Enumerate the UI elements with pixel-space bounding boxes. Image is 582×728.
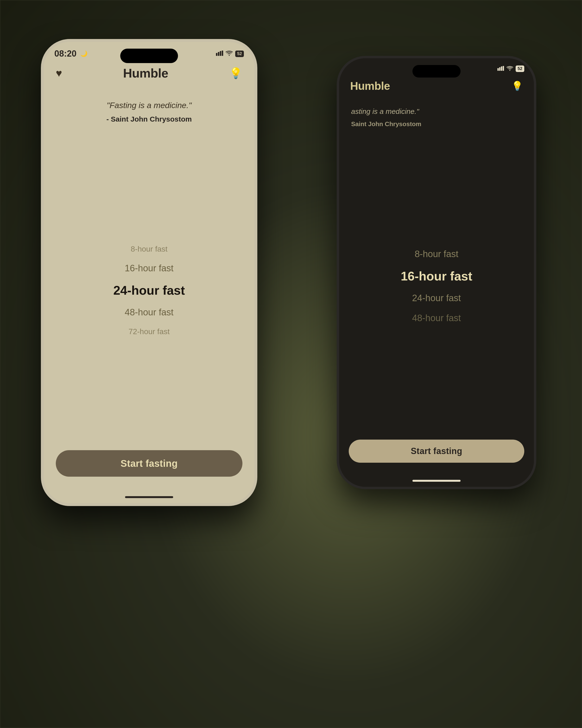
signal-icon-light [216, 50, 223, 57]
signal-icon-dark [497, 65, 504, 73]
list-item[interactable]: 24-hour fast [44, 278, 254, 302]
status-icons-light: 52 [216, 50, 244, 57]
list-item[interactable]: 16-hour fast [339, 264, 534, 288]
wifi-icon-light [226, 50, 233, 57]
lightbulb-icon-light[interactable]: 💡 [229, 67, 243, 79]
picker-area-light: 8-hour fast 16-hour fast 24-hour fast 48… [44, 130, 254, 450]
list-item[interactable]: 48-hour fast [44, 302, 254, 322]
svg-rect-3 [222, 51, 223, 56]
status-time-light: 08:20 [54, 49, 77, 59]
dynamic-island [120, 49, 178, 63]
quote-section-dark: asting is a medicine." Saint John Chryso… [339, 97, 534, 133]
list-item[interactable]: 8-hour fast [44, 240, 254, 258]
light-screen: 08:20 🌙 52 ♥ Humble 💡 [44, 42, 254, 503]
app-header-light: ♥ Humble 💡 [44, 61, 254, 85]
home-bar-light [125, 496, 173, 498]
home-bar-dark [412, 480, 461, 482]
quote-text-dark: asting is a medicine." [351, 106, 522, 116]
start-fasting-button-dark[interactable]: Start fasting [349, 440, 524, 463]
moon-icon: 🌙 [80, 50, 87, 57]
home-indicator-dark [339, 475, 534, 487]
picker-list-light: 8-hour fast 16-hour fast 24-hour fast 48… [44, 240, 254, 341]
app-header-dark: Humble 💡 [339, 75, 534, 97]
app-title-light: Humble [123, 66, 168, 80]
quote-text-light: "Fasting is a medicine." [58, 100, 240, 111]
quote-section-light: "Fasting is a medicine." - Saint John Ch… [44, 85, 254, 130]
list-item[interactable]: 16-hour fast [44, 258, 254, 278]
dynamic-island-dark [412, 65, 461, 78]
dark-screen: 52 Humble 💡 asting is a medicine." Saint… [339, 58, 534, 487]
app-title-dark: Humble [350, 79, 390, 93]
start-fasting-button-light[interactable]: Start fasting [56, 450, 243, 477]
list-item[interactable]: 24-hour fast [339, 288, 534, 308]
picker-list-dark: 8-hour fast 16-hour fast 24-hour fast 48… [339, 244, 534, 328]
svg-rect-5 [499, 67, 500, 71]
power-button [256, 129, 257, 167]
heart-icon[interactable]: ♥ [56, 67, 62, 79]
svg-rect-6 [501, 66, 502, 71]
time-container: 08:20 🌙 [54, 49, 87, 59]
svg-rect-2 [220, 51, 221, 56]
volume-up-button [41, 114, 42, 138]
list-item[interactable]: 72-hour fast [44, 322, 254, 341]
status-icons-dark: 52 [497, 65, 524, 73]
svg-rect-7 [503, 66, 504, 71]
phone-dark: 52 Humble 💡 asting is a medicine." Saint… [337, 56, 536, 489]
picker-area-dark: 8-hour fast 16-hour fast 24-hour fast 48… [339, 133, 534, 440]
battery-light: 52 [235, 51, 244, 57]
svg-rect-4 [497, 68, 499, 71]
list-item[interactable]: 8-hour fast [339, 244, 534, 264]
list-item[interactable]: 48-hour fast [339, 308, 534, 328]
svg-rect-1 [218, 52, 219, 56]
phone-light: 08:20 🌙 52 ♥ Humble 💡 [41, 39, 257, 506]
volume-down-button [41, 144, 42, 168]
battery-dark: 52 [516, 66, 524, 72]
phones-container: 08:20 🌙 52 ♥ Humble 💡 [26, 27, 556, 701]
side-buttons-left [41, 114, 42, 168]
quote-author-dark: Saint John Chrysostom [351, 120, 522, 128]
lightbulb-icon-dark[interactable]: 💡 [511, 81, 523, 91]
svg-rect-0 [216, 53, 217, 56]
home-indicator-light [44, 491, 254, 503]
quote-author-light: - Saint John Chrysostom [58, 115, 240, 123]
wifi-icon-dark [506, 65, 513, 73]
